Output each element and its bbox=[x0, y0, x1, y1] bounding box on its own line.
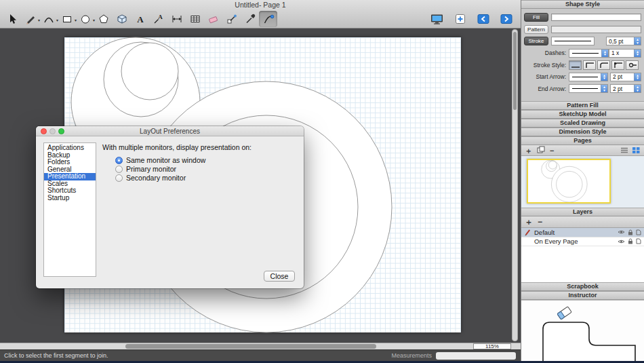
fill-button[interactable]: Fill bbox=[524, 13, 548, 22]
vertical-scrollbar-thumb[interactable] bbox=[513, 32, 517, 110]
titlebar[interactable]: Untitled- Page 1 bbox=[0, 0, 521, 9]
vertical-scrollbar[interactable] bbox=[512, 29, 518, 341]
text-tool[interactable]: A bbox=[131, 11, 149, 27]
dimension-tool[interactable] bbox=[167, 11, 186, 27]
stepper-icon[interactable]: ▲▼ bbox=[634, 37, 641, 45]
category-startup[interactable]: Startup bbox=[44, 195, 96, 202]
delete-page-icon[interactable]: − bbox=[550, 146, 554, 155]
rectangle-tool[interactable]: ▾ bbox=[58, 11, 76, 27]
label-tool[interactable]: A bbox=[149, 11, 167, 27]
polygon-tool[interactable] bbox=[94, 11, 113, 27]
polygon-icon bbox=[98, 13, 110, 25]
option-primary-monitor[interactable]: Primary monitor bbox=[115, 165, 176, 173]
stroke-style-round-button[interactable] bbox=[597, 60, 610, 70]
option-secondary-monitor[interactable]: Secondary monitor bbox=[115, 174, 186, 182]
sketchup-model-tool[interactable] bbox=[113, 11, 131, 27]
list-view-icon[interactable] bbox=[620, 147, 628, 153]
share-layer-icon[interactable] bbox=[636, 238, 641, 244]
dashes-select[interactable]: ▲▼ bbox=[569, 49, 609, 58]
label-icon: A bbox=[153, 13, 165, 25]
stroke-style-straight-button[interactable] bbox=[569, 60, 582, 70]
fill-color-swatch[interactable] bbox=[551, 14, 641, 21]
category-folders[interactable]: Folders bbox=[44, 159, 96, 166]
stroke-style-cap-button[interactable] bbox=[626, 60, 639, 70]
category-presentation[interactable]: Presentation bbox=[44, 173, 96, 180]
previous-page-button[interactable] bbox=[474, 11, 492, 27]
add-page-button[interactable] bbox=[451, 11, 469, 27]
zoom-selector[interactable]: 115% bbox=[473, 343, 511, 349]
select-tool[interactable] bbox=[3, 11, 21, 27]
option-label: Same monitor as window bbox=[126, 156, 205, 164]
close-window-button[interactable] bbox=[41, 128, 47, 134]
minimize-window-button[interactable] bbox=[49, 128, 56, 134]
zoom-window-button[interactable] bbox=[58, 128, 64, 134]
style-tool[interactable] bbox=[222, 11, 241, 27]
instructor-header[interactable]: Instructor bbox=[521, 291, 644, 300]
category-shortcuts[interactable]: Shortcuts bbox=[44, 187, 96, 195]
join-tool[interactable] bbox=[259, 11, 277, 27]
stepper-icon[interactable]: ▲▼ bbox=[634, 84, 641, 93]
category-applications[interactable]: Applications bbox=[44, 145, 96, 152]
stepper-icon[interactable]: ▲▼ bbox=[634, 49, 641, 58]
status-bar: Click to select the first segment to joi… bbox=[0, 349, 521, 361]
stepper-icon[interactable]: ▲▼ bbox=[601, 73, 607, 81]
stepper-icon[interactable]: ▲▼ bbox=[601, 49, 608, 58]
radio-off-icon[interactable] bbox=[115, 166, 123, 173]
layer-row-default[interactable]: Default bbox=[521, 228, 644, 237]
shape-style-header[interactable]: Shape Style bbox=[521, 0, 644, 9]
line-tool[interactable]: ▾ bbox=[21, 11, 39, 27]
dialog-titlebar[interactable]: LayOut Preferences bbox=[36, 126, 304, 136]
dimension-style-header[interactable]: Dimension Style bbox=[521, 128, 644, 136]
page-thumbnail[interactable] bbox=[527, 159, 611, 204]
next-page-icon bbox=[500, 13, 513, 25]
stroke-color-picker[interactable] bbox=[551, 37, 595, 45]
pattern-swatch[interactable] bbox=[551, 26, 641, 33]
start-arrow-size-value: 2 pt bbox=[611, 73, 634, 80]
measurements-input[interactable] bbox=[436, 352, 516, 360]
start-arrow-size-select[interactable]: 2 pt ▲▼ bbox=[610, 73, 641, 81]
presentation-button[interactable] bbox=[428, 11, 446, 27]
grid-view-icon[interactable] bbox=[632, 147, 641, 154]
add-page-icon[interactable]: ＋ bbox=[525, 146, 532, 155]
stepper-icon[interactable]: ▲▼ bbox=[601, 84, 607, 93]
stroke-button[interactable]: Stroke bbox=[524, 37, 548, 45]
layer-name: On Every Page bbox=[534, 237, 578, 245]
visibility-eye-icon[interactable] bbox=[618, 239, 625, 244]
table-tool[interactable] bbox=[186, 11, 204, 27]
pattern-button[interactable]: Pattern bbox=[524, 25, 548, 34]
stroke-style-bevel-button[interactable] bbox=[611, 60, 624, 70]
pattern-fill-header[interactable]: Pattern Fill bbox=[521, 101, 644, 110]
dash-scale-select[interactable]: 1 x ▲▼ bbox=[609, 49, 641, 58]
start-arrow-select[interactable]: ▲▼ bbox=[569, 73, 608, 81]
radio-off-icon[interactable] bbox=[115, 174, 123, 182]
lock-icon[interactable] bbox=[628, 238, 633, 244]
delete-layer-icon[interactable]: − bbox=[538, 217, 542, 227]
horizontal-scrollbar-thumb[interactable] bbox=[125, 344, 376, 349]
lock-icon[interactable] bbox=[628, 229, 633, 235]
next-page-button[interactable] bbox=[497, 11, 515, 27]
stroke-style-miter-button[interactable] bbox=[583, 60, 596, 70]
add-layer-icon[interactable]: ＋ bbox=[525, 217, 533, 227]
scrapbook-header[interactable]: Scrapbook bbox=[521, 282, 644, 291]
duplicate-page-icon[interactable] bbox=[537, 146, 545, 155]
layers-header[interactable]: Layers bbox=[521, 208, 644, 216]
radio-on-icon[interactable] bbox=[115, 157, 123, 164]
table-icon bbox=[189, 13, 201, 25]
share-layer-icon[interactable] bbox=[636, 229, 641, 235]
close-button[interactable]: Close bbox=[264, 271, 295, 282]
stepper-icon[interactable]: ▲▼ bbox=[634, 73, 641, 81]
horizontal-scrollbar[interactable]: 115% bbox=[0, 343, 521, 349]
eyedropper-tool[interactable] bbox=[241, 11, 259, 27]
layer-row-on-every-page[interactable]: On Every Page bbox=[521, 237, 644, 247]
sketchup-model-header[interactable]: SketchUp Model bbox=[521, 110, 644, 119]
eraser-tool[interactable] bbox=[204, 11, 222, 27]
end-arrow-select[interactable]: ▲▼ bbox=[569, 84, 608, 93]
pages-header[interactable]: Pages bbox=[521, 136, 644, 145]
circle-tool[interactable]: ▾ bbox=[76, 11, 94, 27]
end-arrow-size-select[interactable]: 2 pt ▲▼ bbox=[610, 84, 641, 93]
arc-tool[interactable]: ▾ bbox=[39, 11, 58, 27]
scaled-drawing-header[interactable]: Scaled Drawing bbox=[521, 119, 644, 128]
stroke-width-select[interactable]: 0,5 pt ▲▼ bbox=[606, 37, 641, 45]
visibility-eye-icon[interactable] bbox=[618, 229, 625, 235]
option-same-monitor[interactable]: Same monitor as window bbox=[115, 156, 205, 164]
